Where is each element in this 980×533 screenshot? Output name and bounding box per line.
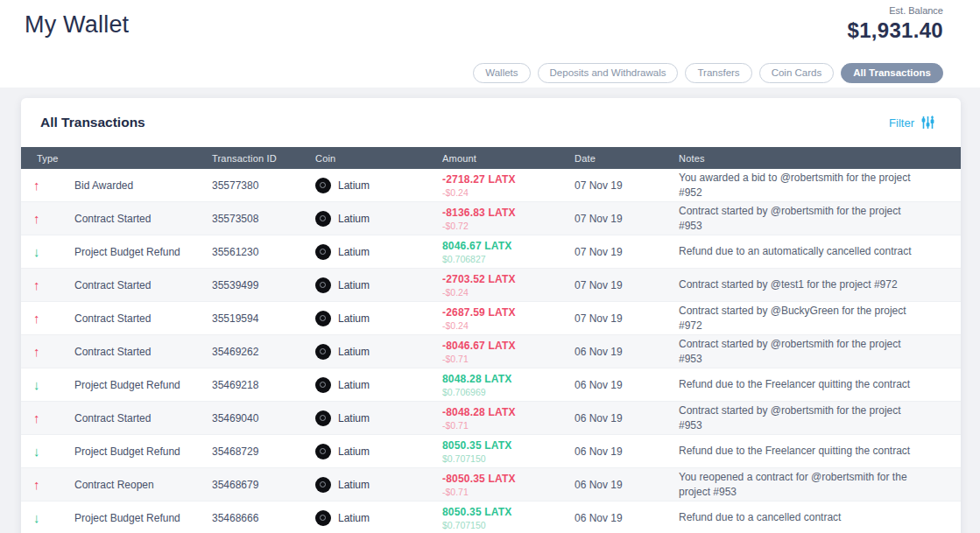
all-transactions-panel: All Transactions Filter TypeTransaction … bbox=[21, 98, 961, 533]
coin-cell: Latium bbox=[315, 311, 442, 326]
amount-usd: -$0.71 bbox=[442, 354, 575, 364]
arrow-down-icon: ↓ bbox=[33, 510, 74, 525]
transaction-id: 35469262 bbox=[212, 346, 315, 358]
arrow-up-icon: ↑ bbox=[33, 344, 74, 359]
latium-coin-icon bbox=[315, 510, 331, 526]
coin-name: Latium bbox=[338, 412, 370, 424]
tab-transfers[interactable]: Transfers bbox=[685, 63, 751, 83]
table-row: ↑Contract Started35469262Latium-8046.67 … bbox=[21, 335, 961, 368]
tab-deposits-and-withdrawals[interactable]: Deposits and Withdrawals bbox=[538, 63, 679, 83]
transaction-note: Contract started by @test1 for the proje… bbox=[679, 277, 929, 291]
amount-latx: 8050.35 LATX bbox=[442, 506, 575, 518]
coin-cell: Latium bbox=[315, 211, 442, 227]
transaction-type: Contract Started bbox=[74, 279, 212, 291]
arrow-up-icon: ↑ bbox=[33, 311, 74, 326]
amount-usd: -$0.24 bbox=[442, 187, 575, 198]
tab-all-transactions[interactable]: All Transactions bbox=[841, 63, 943, 83]
coin-cell: Latium bbox=[315, 410, 442, 426]
coin-cell: Latium bbox=[315, 277, 442, 293]
amount-latx: 8046.67 LATX bbox=[442, 240, 575, 252]
table-header-row: TypeTransaction IDCoinAmountDateNotes bbox=[21, 147, 961, 169]
balance-label: Est. Balance bbox=[848, 5, 943, 16]
amount-cell: -2718.27 LATX-$0.24 bbox=[442, 173, 575, 198]
transaction-note: Contract started by @robertsmith for the… bbox=[679, 337, 929, 365]
transactions-table-body: ↑Bid Awarded35577380Latium-2718.27 LATX-… bbox=[21, 169, 961, 533]
transaction-type: Project Budget Refund bbox=[74, 246, 212, 258]
tab-bar: WalletsDeposits and WithdrawalsTransfers… bbox=[473, 63, 943, 83]
latium-coin-icon bbox=[315, 477, 331, 493]
transaction-date: 06 Nov 19 bbox=[575, 379, 679, 391]
amount-latx: 8050.35 LATX bbox=[442, 439, 575, 452]
transaction-date: 07 Nov 19 bbox=[575, 213, 679, 225]
transaction-type: Contract Started bbox=[74, 312, 212, 325]
balance-value: $1,931.40 bbox=[848, 18, 943, 43]
coin-name: Latium bbox=[338, 346, 370, 358]
transaction-note: You awarded a bid to @robertsmith for th… bbox=[679, 171, 929, 199]
transaction-type: Project Budget Refund bbox=[74, 445, 212, 458]
latium-coin-icon bbox=[315, 244, 331, 260]
transaction-date: 07 Nov 19 bbox=[575, 279, 679, 291]
amount-usd: $0.707150 bbox=[442, 520, 575, 530]
transaction-type: Project Budget Refund bbox=[74, 379, 212, 391]
amount-cell: 8046.67 LATX$0.706827 bbox=[442, 240, 575, 264]
amount-cell: 8050.35 LATX$0.707150 bbox=[442, 439, 575, 464]
table-row: ↓Project Budget Refund35561230Latium8046… bbox=[21, 235, 961, 269]
amount-latx: -2718.27 LATX bbox=[442, 173, 575, 186]
arrow-down-icon: ↓ bbox=[33, 377, 74, 392]
transaction-date: 06 Nov 19 bbox=[575, 346, 679, 358]
coin-cell: Latium bbox=[315, 178, 442, 193]
coin-name: Latium bbox=[338, 312, 370, 325]
coin-cell: Latium bbox=[315, 444, 442, 459]
transaction-note: Refund due to the Freelancer quitting th… bbox=[679, 377, 929, 391]
coin-name: Latium bbox=[338, 246, 370, 258]
filter-button[interactable]: Filter bbox=[889, 116, 934, 130]
transaction-id: 35539499 bbox=[212, 279, 315, 291]
coin-cell: Latium bbox=[315, 344, 442, 360]
coin-cell: Latium bbox=[315, 244, 442, 260]
table-row: ↑Bid Awarded35577380Latium-2718.27 LATX-… bbox=[21, 169, 961, 202]
coin-name: Latium bbox=[338, 479, 370, 491]
arrow-up-icon: ↑ bbox=[33, 178, 74, 193]
transaction-date: 06 Nov 19 bbox=[575, 512, 679, 524]
table-row: ↑Contract Started35539499Latium-2703.52 … bbox=[21, 269, 961, 302]
table-row: ↓Project Budget Refund35469218Latium8048… bbox=[21, 368, 961, 402]
amount-latx: -8136.83 LATX bbox=[442, 207, 575, 219]
transaction-id: 35519594 bbox=[212, 312, 315, 325]
coin-cell: Latium bbox=[315, 510, 442, 526]
amount-cell: -8136.83 LATX-$0.72 bbox=[442, 207, 575, 231]
coin-name: Latium bbox=[338, 512, 370, 524]
amount-cell: -2687.59 LATX-$0.24 bbox=[442, 306, 575, 331]
arrow-up-icon: ↑ bbox=[33, 410, 74, 425]
table-row: ↑Contract Started35519594Latium-2687.59 … bbox=[21, 302, 961, 335]
latium-coin-icon bbox=[315, 211, 331, 227]
arrow-down-icon: ↓ bbox=[33, 244, 74, 259]
transaction-id: 35468679 bbox=[212, 479, 315, 491]
amount-usd: -$0.24 bbox=[442, 287, 575, 298]
filter-label: Filter bbox=[889, 116, 914, 130]
panel-title: All Transactions bbox=[40, 115, 145, 130]
transaction-date: 07 Nov 19 bbox=[575, 246, 679, 258]
transaction-note: Refund due to the Freelancer quitting th… bbox=[679, 444, 929, 458]
amount-usd: $0.707150 bbox=[442, 453, 575, 464]
transaction-type: Contract Started bbox=[74, 346, 212, 358]
transaction-date: 06 Nov 19 bbox=[575, 445, 679, 458]
amount-latx: -8050.35 LATX bbox=[442, 473, 575, 485]
amount-cell: 8050.35 LATX$0.707150 bbox=[442, 506, 575, 530]
coin-cell: Latium bbox=[315, 377, 442, 393]
amount-latx: 8048.28 LATX bbox=[442, 373, 575, 385]
filter-sliders-icon bbox=[921, 116, 934, 130]
transaction-note: Contract started by @BuckyGreen for the … bbox=[679, 304, 929, 332]
latium-coin-icon bbox=[315, 410, 331, 426]
arrow-up-icon: ↑ bbox=[33, 211, 74, 226]
coin-name: Latium bbox=[338, 279, 370, 291]
latium-coin-icon bbox=[315, 444, 331, 459]
transaction-id: 35573508 bbox=[212, 213, 315, 225]
tab-coin-cards[interactable]: Coin Cards bbox=[759, 63, 835, 83]
latium-coin-icon bbox=[315, 178, 331, 193]
amount-usd: -$0.71 bbox=[442, 487, 575, 497]
latium-coin-icon bbox=[315, 377, 331, 393]
arrow-up-icon: ↑ bbox=[33, 477, 74, 492]
tab-wallets[interactable]: Wallets bbox=[473, 63, 530, 83]
amount-latx: -8048.28 LATX bbox=[442, 406, 575, 418]
transaction-note: Refund due to a cancelled contract bbox=[679, 510, 929, 524]
